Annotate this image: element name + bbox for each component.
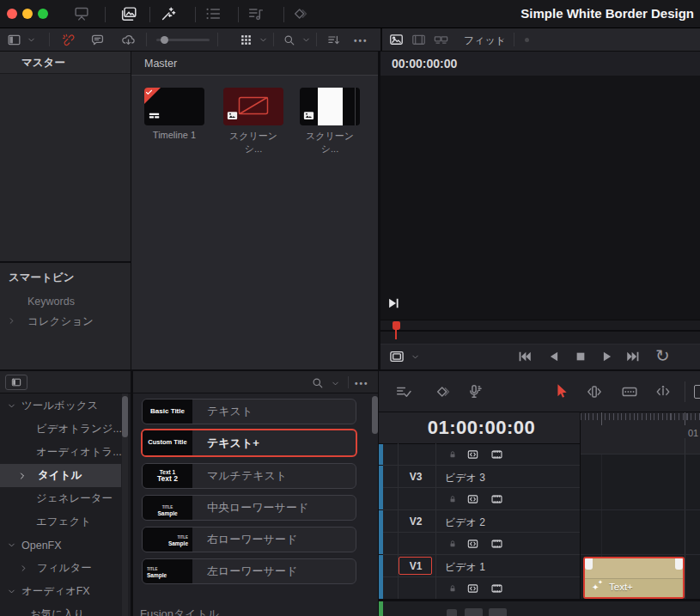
chevron-down-icon[interactable] xyxy=(259,35,268,45)
viewer-timecode[interactable]: 00:00:00:00 xyxy=(392,52,457,76)
sync-bin-icon[interactable] xyxy=(120,32,137,48)
auto-select-icon[interactable] xyxy=(464,492,482,506)
auto-select-icon[interactable] xyxy=(464,448,482,461)
track-name-v2[interactable]: ビデオ 2 xyxy=(445,515,485,530)
title-item-lower-third-right[interactable]: TITLE Sample 右ローワーサード xyxy=(142,527,356,552)
track-number-v1[interactable]: V1 xyxy=(399,560,432,572)
sidebar-item-toolbox[interactable]: ツールボックス xyxy=(0,394,121,418)
sidebar-item-audiofx[interactable]: オーディオFX xyxy=(0,580,121,603)
clip-view-selector-icon[interactable] xyxy=(388,348,405,365)
chevron-down-icon[interactable] xyxy=(411,352,420,362)
sidebar-item-titles[interactable]: タイトル xyxy=(0,464,121,487)
timeline-timecode[interactable]: 01:00:00:00 xyxy=(383,412,580,443)
sidebar-item-filters[interactable]: フィルター xyxy=(0,557,121,580)
title-item-multitext[interactable]: Text 1 Text 2 マルチテキスト xyxy=(142,463,356,489)
go-to-last-frame-icon[interactable] xyxy=(625,349,641,364)
search-icon[interactable] xyxy=(310,375,325,390)
track-name-v1[interactable]: ビデオ 1 xyxy=(445,560,485,575)
sidebar-item-generators[interactable]: ジェネレーター xyxy=(0,487,121,510)
title-item-lower-third-left[interactable]: TITLE Sample 左ローワーサード xyxy=(142,558,356,584)
stop-icon[interactable] xyxy=(573,349,588,364)
trim-handle-right[interactable] xyxy=(675,558,683,570)
timeline-clip-textplus[interactable]: ✦ ✦ Text+ xyxy=(583,557,685,599)
chevron-down-icon[interactable] xyxy=(27,35,36,45)
track-enable-icon[interactable] xyxy=(488,492,506,506)
effects-scrollbar-thumb[interactable] xyxy=(122,396,128,437)
track-number-v2[interactable]: V2 xyxy=(399,515,432,528)
trim-handle-left[interactable] xyxy=(585,558,593,570)
go-to-first-frame-icon[interactable] xyxy=(517,349,533,364)
clip-label[interactable]: Timeline 1 xyxy=(144,130,204,140)
track-lock-icon[interactable] xyxy=(447,493,459,505)
transitions-icon[interactable] xyxy=(292,4,311,23)
track-lock-icon[interactable] xyxy=(447,582,459,595)
clip-thumbnail-offline[interactable] xyxy=(223,88,283,125)
sidebar-item-openfx[interactable]: OpenFX xyxy=(0,534,121,557)
more-options-icon[interactable]: ••• xyxy=(354,36,368,46)
dual-monitor-icon[interactable] xyxy=(72,4,91,23)
viewer-scrubber-bar[interactable] xyxy=(380,320,700,344)
bin-breadcrumb[interactable]: Master xyxy=(144,52,177,76)
clip-label[interactable]: スクリーンシ... xyxy=(300,130,360,156)
sidebar-item-audio-transitions[interactable]: オーディオトラ... xyxy=(0,441,121,464)
sort-order-icon[interactable] xyxy=(326,33,341,47)
skip-to-end-icon[interactable] xyxy=(386,296,401,311)
usage-comments-icon[interactable] xyxy=(89,32,106,48)
smart-bin-keywords[interactable]: Keywords xyxy=(27,296,75,308)
track-enable-icon[interactable] xyxy=(488,537,506,551)
track-enable-icon[interactable] xyxy=(488,582,506,595)
title-item-text[interactable]: Basic Title テキスト xyxy=(142,399,356,424)
scrubber-track[interactable] xyxy=(380,330,700,332)
audio-view-icon[interactable] xyxy=(433,32,449,48)
clip-thumbnail-timeline[interactable] xyxy=(144,88,204,125)
filmstrip-view-icon[interactable] xyxy=(411,32,427,48)
snapping-icon[interactable] xyxy=(694,385,700,399)
play-reverse-icon[interactable] xyxy=(546,349,562,364)
insert-clip-mode-icon[interactable] xyxy=(654,382,673,401)
trim-edit-mode-icon[interactable] xyxy=(585,382,604,401)
track-lock-icon[interactable] xyxy=(447,538,459,550)
fusion-titles-group-header[interactable]: Fusionタイトル xyxy=(140,607,219,616)
sidebar-item-favorites[interactable]: お気に入り xyxy=(0,603,121,616)
auto-select-icon[interactable] xyxy=(464,537,482,551)
more-options-icon[interactable]: ••• xyxy=(355,379,369,388)
sound-library-icon[interactable] xyxy=(247,4,265,23)
media-pool-toggle-icon[interactable] xyxy=(119,4,138,23)
chevron-down-icon[interactable] xyxy=(331,379,340,388)
chevron-down-icon[interactable] xyxy=(496,35,506,45)
transition-picker-icon[interactable] xyxy=(435,382,453,401)
clip-thumbnail-still[interactable] xyxy=(300,88,360,125)
sidebar-item-video-transitions[interactable]: ビデオトランジ... xyxy=(0,418,121,441)
thumbnail-size-slider-knob[interactable] xyxy=(161,36,168,44)
bin-list-toggle-icon[interactable] xyxy=(6,32,22,48)
auto-select-icon[interactable] xyxy=(464,582,482,595)
thumbnail-view-icon[interactable] xyxy=(239,33,253,47)
search-icon[interactable] xyxy=(282,33,296,47)
sidebar-item-effects[interactable]: エフェクト xyxy=(0,510,121,534)
smart-bin-collections[interactable]: コレクション xyxy=(27,314,94,329)
window-close-button[interactable] xyxy=(7,9,17,19)
window-zoom-button[interactable] xyxy=(38,9,48,19)
voiceover-mic-icon[interactable] xyxy=(465,382,484,401)
edit-index-icon[interactable] xyxy=(204,4,222,23)
play-icon[interactable] xyxy=(600,349,615,364)
track-number-v3[interactable]: V3 xyxy=(399,471,432,483)
title-item-lower-third-center[interactable]: TITLE Sample 中央ローワーサード xyxy=(142,495,356,521)
track-lock-icon[interactable] xyxy=(447,448,459,460)
bin-master-label[interactable]: マスター xyxy=(21,52,125,74)
razor-edit-mode-icon[interactable] xyxy=(620,382,639,401)
source-clip-view-icon[interactable] xyxy=(388,32,405,48)
titles-scrollbar-thumb[interactable] xyxy=(372,396,378,434)
window-minimize-button[interactable] xyxy=(22,9,33,19)
effects-sidebar-toggle-button[interactable] xyxy=(5,375,27,390)
chevron-right-icon[interactable] xyxy=(7,316,16,326)
selection-mode-cursor-icon[interactable] xyxy=(552,382,571,401)
clip-label[interactable]: スクリーンシ... xyxy=(223,130,283,156)
loop-icon[interactable]: ↻ xyxy=(655,345,670,366)
track-name-v3[interactable]: ビデオ 3 xyxy=(445,471,485,485)
relink-media-icon[interactable] xyxy=(60,32,76,48)
title-item-textplus-selected[interactable]: Custom Title テキスト+ xyxy=(141,429,357,457)
playhead-handle[interactable] xyxy=(393,321,400,330)
chevron-down-icon[interactable] xyxy=(301,35,311,45)
track-enable-icon[interactable] xyxy=(488,448,506,461)
